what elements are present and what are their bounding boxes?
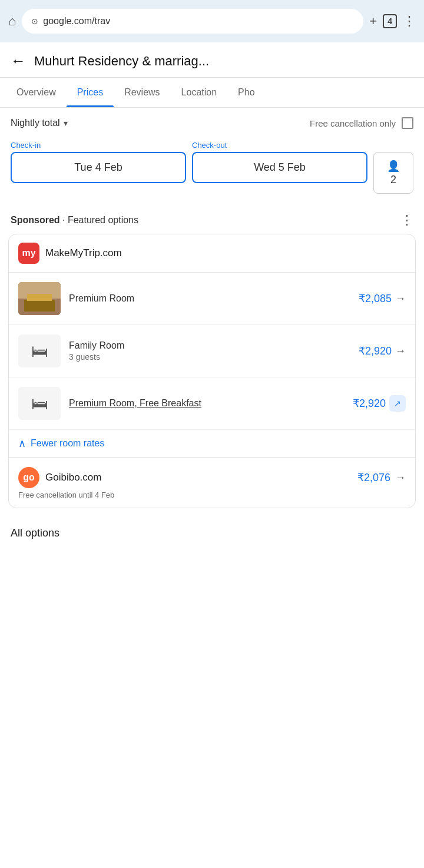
room-info-breakfast: Premium Room, Free Breakfast xyxy=(69,398,344,409)
guest-input[interactable]: 👤 2 xyxy=(373,152,413,194)
tab-location[interactable]: Location xyxy=(171,78,228,107)
svg-rect-3 xyxy=(27,294,52,301)
nav-tabs: Overview Prices Reviews Location Pho xyxy=(0,78,424,108)
checkin-input[interactable]: Tue 4 Feb xyxy=(11,152,186,183)
svg-rect-2 xyxy=(24,300,55,312)
tab-count-button[interactable]: 4 xyxy=(383,14,397,28)
free-cancellation-checkbox[interactable] xyxy=(402,117,413,129)
browser-menu-button[interactable]: ⋮ xyxy=(403,14,416,29)
all-options-label: All options xyxy=(11,527,59,539)
room-arrow-premium: → xyxy=(395,293,406,305)
goibibo-price-row: ₹2,076 → xyxy=(357,471,406,484)
goibibo-cancel-text: Free cancellation until 4 Feb xyxy=(9,491,415,508)
goibibo-left: go Goibibo.com xyxy=(18,467,101,488)
external-link-icon[interactable]: ↗ xyxy=(389,395,406,412)
tab-prices[interactable]: Prices xyxy=(67,78,114,107)
nightly-total-filter[interactable]: Nightly total ▾ xyxy=(11,118,68,128)
home-icon[interactable]: ⌂ xyxy=(8,14,16,29)
back-button[interactable]: ← xyxy=(11,52,26,70)
room-info-premium: Premium Room xyxy=(69,293,350,304)
free-cancellation-label: Free cancellation only xyxy=(310,118,396,128)
sponsored-header: Sponsored · Featured options ⋮ xyxy=(0,204,424,234)
checkout-input[interactable]: Wed 5 Feb xyxy=(192,152,367,183)
room-item-breakfast[interactable]: 🛏 Premium Room, Free Breakfast ₹2,920 ↗ xyxy=(9,377,415,430)
room-price-area-breakfast: ₹2,920 ↗ xyxy=(353,395,406,412)
checkout-label: Check-out xyxy=(192,141,367,150)
page-title: Muhurt Residency & marriag... xyxy=(34,54,209,69)
checkin-label: Check-in xyxy=(11,141,186,150)
tab-overview[interactable]: Overview xyxy=(6,78,67,107)
all-options-section: All options xyxy=(0,518,424,549)
makemytrip-provider-row: my MakeMyTrip.com xyxy=(9,234,415,273)
guest-field: - 👤 2 xyxy=(373,141,413,194)
browser-chrome: ⌂ ⊙ google.com/trav + 4 ⋮ xyxy=(0,0,424,42)
goibibo-price: ₹2,076 xyxy=(357,471,390,484)
room-guests-family: 3 guests xyxy=(69,352,350,362)
room-image-family: 🛏 xyxy=(18,334,61,367)
makemytrip-logo: my xyxy=(18,243,39,264)
goibibo-name: Goibibo.com xyxy=(45,472,101,483)
room-name-premium: Premium Room xyxy=(69,293,350,304)
makemytrip-name: MakeMyTrip.com xyxy=(45,247,122,259)
guest-count: 2 xyxy=(390,174,396,186)
room-price-family: ₹2,920 xyxy=(359,344,392,357)
fewer-rates-button[interactable]: ∧ Fewer room rates xyxy=(9,430,415,457)
url-text: google.com/trav xyxy=(43,16,110,26)
room-price-area-premium: ₹2,085 → xyxy=(359,292,406,305)
goibibo-row[interactable]: go Goibibo.com ₹2,076 → xyxy=(9,458,415,491)
room-name-family: Family Room xyxy=(69,340,350,351)
chevron-up-icon: ∧ xyxy=(18,437,26,450)
room-price-premium: ₹2,085 xyxy=(359,292,392,305)
checkout-field: Check-out Wed 5 Feb xyxy=(192,141,367,183)
room-image-premium xyxy=(18,282,61,315)
room-item-family[interactable]: 🛏 Family Room 3 guests ₹2,920 → xyxy=(9,325,415,377)
sponsored-text: Sponsored · Featured options xyxy=(11,215,138,226)
tab-photos[interactable]: Pho xyxy=(227,78,265,107)
page-header: ← Muhurt Residency & marriag... xyxy=(0,42,424,78)
url-icon: ⊙ xyxy=(31,16,38,26)
sponsored-menu-button[interactable]: ⋮ xyxy=(400,213,413,228)
room-item-premium[interactable]: Premium Room ₹2,085 → xyxy=(9,273,415,325)
nightly-total-label: Nightly total xyxy=(11,118,60,128)
goibibo-arrow: → xyxy=(395,472,406,484)
guest-icon: 👤 xyxy=(387,160,400,173)
nightly-dropdown-arrow: ▾ xyxy=(64,118,68,128)
room-info-family: Family Room 3 guests xyxy=(69,340,350,362)
free-cancellation-filter[interactable]: Free cancellation only xyxy=(310,117,413,129)
filters-row: Nightly total ▾ Free cancellation only xyxy=(0,108,424,138)
guest-label: - xyxy=(373,141,413,150)
room-arrow-family: → xyxy=(395,345,406,357)
featured-options-card: my MakeMyTrip.com Premium Room ₹2,085 → … xyxy=(8,234,416,508)
room-price-area-family: ₹2,920 → xyxy=(359,344,406,357)
room-image-breakfast: 🛏 xyxy=(18,387,61,420)
date-guest-row: Check-in Tue 4 Feb Check-out Wed 5 Feb -… xyxy=(0,138,424,204)
tab-reviews[interactable]: Reviews xyxy=(114,78,170,107)
room-price-breakfast: ₹2,920 xyxy=(353,397,386,410)
add-tab-button[interactable]: + xyxy=(369,14,377,29)
room-name-breakfast: Premium Room, Free Breakfast xyxy=(69,398,344,409)
url-bar[interactable]: ⊙ google.com/trav xyxy=(22,9,363,34)
fewer-rates-label: Fewer room rates xyxy=(31,438,104,449)
goibibo-logo: go xyxy=(18,467,39,488)
checkin-field: Check-in Tue 4 Feb xyxy=(11,141,186,183)
